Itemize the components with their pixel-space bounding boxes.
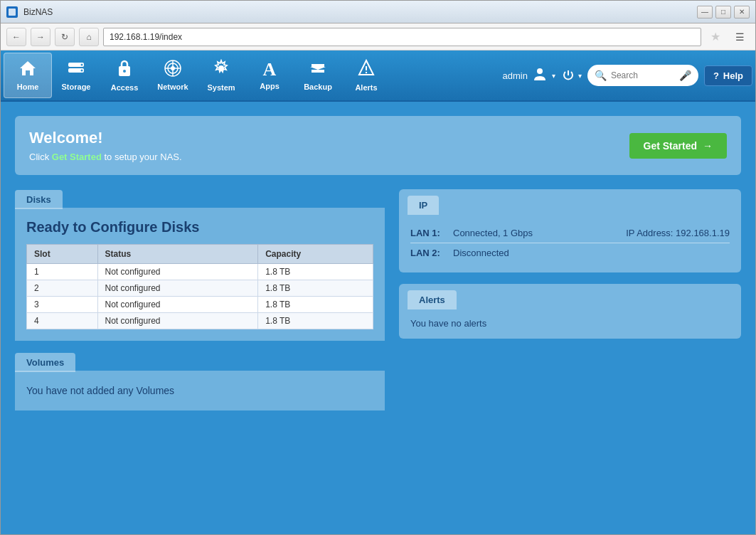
apps-icon: A	[263, 60, 277, 79]
lan2-status: Disconnected	[453, 248, 730, 258]
disks-card: Disks Ready to Configure Disks Slot Stat…	[15, 189, 385, 341]
cell-capacity: 1.8 TB	[258, 280, 373, 297]
welcome-banner: Welcome! Click Get Started to setup your…	[15, 116, 741, 175]
storage-icon	[67, 60, 85, 80]
refresh-button[interactable]: ↻	[55, 28, 75, 46]
svg-point-6	[123, 70, 126, 73]
cell-capacity: 1.8 TB	[258, 264, 373, 280]
storage-label: Storage	[62, 83, 91, 91]
nav-home[interactable]: Home	[4, 53, 52, 98]
app-icon	[6, 6, 18, 18]
disks-card-body: Ready to Configure Disks Slot Status Cap…	[15, 208, 385, 341]
nav-alerts[interactable]: Alerts	[342, 53, 390, 98]
col-slot: Slot	[27, 245, 98, 264]
nav-apps[interactable]: A Apps	[245, 53, 294, 98]
cell-capacity: 1.8 TB	[258, 297, 373, 313]
svg-rect-0	[9, 9, 16, 16]
alerts-card-body: You have no alerts	[399, 308, 741, 339]
right-panels: IP LAN 1: Connected, 1 Gbps IP Address: …	[399, 189, 741, 410]
ip-tab[interactable]: IP	[408, 196, 439, 215]
welcome-description: Click Get Started to setup your NAS.	[29, 152, 182, 162]
ip-card-body: LAN 1: Connected, 1 Gbps IP Address: 192…	[399, 213, 741, 272]
search-icon: 🔍	[595, 70, 607, 81]
svg-point-15	[537, 68, 543, 74]
volumes-card: Volumes You have not added any Volumes	[15, 352, 385, 410]
admin-username: admin	[502, 70, 527, 81]
volumes-card-body: You have not added any Volumes	[15, 371, 385, 410]
help-icon: ?	[713, 70, 719, 81]
help-button[interactable]: ? Help	[704, 65, 752, 86]
lan2-row: LAN 2: Disconnected	[410, 243, 730, 263]
bookmark-icon[interactable]: ★	[706, 28, 725, 46]
cell-slot: 1	[27, 264, 98, 280]
nav-system[interactable]: System	[197, 53, 245, 98]
col-status: Status	[97, 245, 258, 264]
cell-slot: 2	[27, 280, 98, 297]
window-title: BizNAS	[23, 7, 691, 17]
col-capacity: Capacity	[258, 245, 373, 264]
lan2-label: LAN 2:	[410, 248, 446, 258]
panels-row: Disks Ready to Configure Disks Slot Stat…	[15, 189, 741, 410]
network-icon	[164, 60, 182, 80]
minimize-button[interactable]: —	[697, 6, 713, 18]
search-box[interactable]: 🔍 🎤	[587, 65, 698, 86]
nav-backup[interactable]: Backup	[294, 53, 342, 98]
address-bar: ← → ↻ ⌂ ★ ☰	[1, 23, 755, 51]
table-row: 3Not configured1.8 TB	[27, 297, 373, 313]
left-panels: Disks Ready to Configure Disks Slot Stat…	[15, 189, 385, 410]
backup-label: Backup	[304, 83, 332, 91]
lan1-address: IP Address: 192.168.1.19	[626, 228, 730, 238]
alerts-tab[interactable]: Alerts	[408, 290, 457, 309]
user-icon	[532, 66, 548, 85]
arrow-icon: →	[703, 140, 713, 152]
power-dropdown-icon: ▾	[578, 72, 582, 80]
browser-menu-icon[interactable]: ☰	[730, 28, 750, 46]
nav-storage[interactable]: Storage	[52, 53, 100, 98]
disks-tab[interactable]: Disks	[15, 190, 63, 209]
url-input[interactable]	[103, 28, 701, 46]
volumes-tab[interactable]: Volumes	[15, 353, 75, 372]
get-started-button[interactable]: Get Started →	[629, 133, 727, 159]
toolbar-right: admin ▾ ▾ 🔍 🎤 ? Help	[502, 65, 752, 86]
window-controls: — □ ✕	[697, 6, 750, 18]
table-row: 4Not configured1.8 TB	[27, 313, 373, 329]
title-bar: BizNAS — □ ✕	[1, 1, 755, 23]
get-started-label: Get Started	[644, 140, 697, 152]
search-input[interactable]	[611, 70, 675, 80]
lan1-status: Connected, 1 Gbps	[453, 228, 619, 238]
back-button[interactable]: ←	[6, 28, 26, 46]
app-toolbar: Home Storage Access Network System	[1, 51, 755, 102]
get-started-link[interactable]: Get Started	[52, 152, 102, 162]
cell-status: Not configured	[97, 264, 258, 280]
apps-label: Apps	[260, 82, 279, 90]
close-button[interactable]: ✕	[734, 6, 750, 18]
alerts-label: Alerts	[355, 83, 377, 92]
power-button[interactable]: ▾	[561, 68, 582, 83]
nav-access[interactable]: Access	[100, 53, 149, 98]
network-label: Network	[157, 83, 188, 91]
disks-table: Slot Status Capacity 1Not configured1.8 …	[26, 244, 373, 329]
home-nav-button[interactable]: ⌂	[79, 28, 99, 46]
ip-card: IP LAN 1: Connected, 1 Gbps IP Address: …	[399, 189, 741, 272]
nav-network[interactable]: Network	[149, 53, 197, 98]
lan1-row: LAN 1: Connected, 1 Gbps IP Address: 192…	[410, 223, 730, 243]
admin-area: admin ▾	[502, 66, 555, 85]
help-label: Help	[723, 70, 743, 81]
app-window: BizNAS — □ ✕ ← → ↻ ⌂ ★ ☰ Home Storage	[0, 0, 756, 535]
svg-point-4	[81, 70, 83, 72]
cell-slot: 4	[27, 313, 98, 329]
no-volumes-message: You have not added any Volumes	[26, 385, 174, 396]
svg-point-3	[81, 64, 83, 66]
admin-dropdown-icon[interactable]: ▾	[552, 72, 555, 80]
maximize-button[interactable]: □	[715, 6, 731, 18]
backup-icon	[309, 60, 327, 80]
welcome-text: Welcome! Click Get Started to setup your…	[29, 129, 182, 162]
mic-icon: 🎤	[679, 70, 691, 81]
lan1-label: LAN 1:	[410, 228, 446, 238]
svg-point-14	[366, 72, 367, 73]
access-icon	[116, 59, 133, 80]
disks-title: Ready to Configure Disks	[26, 219, 373, 235]
forward-button[interactable]: →	[31, 28, 50, 46]
system-label: System	[207, 83, 235, 92]
main-content: Welcome! Click Get Started to setup your…	[1, 102, 755, 534]
